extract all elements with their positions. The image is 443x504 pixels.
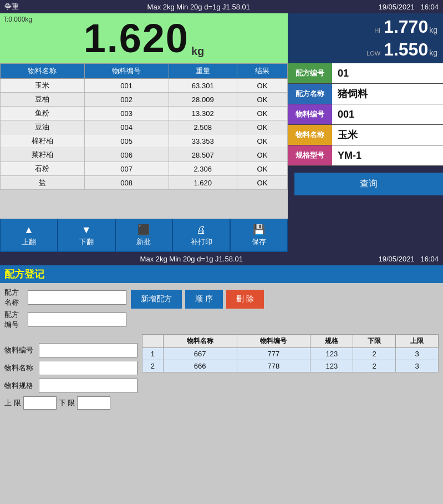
action-btn-icon-新批: ⬛ (138, 224, 150, 236)
bottom-panel: Max 2kg Min 20g d=1g J1.58.01 19/05/2021… (0, 252, 443, 504)
action-btn-保存[interactable]: 💾保存 (230, 219, 288, 252)
bottom-header: Max 2kg Min 20g d=1g J1.58.01 19/05/2021… (0, 252, 443, 265)
pf-materials-table: 物料名称 物料编号 规格 下限 上限 166777712323266677812… (142, 334, 439, 372)
spec-row: 规格型号 YM-1 (288, 145, 443, 166)
bt-col-name: 物料名称 (163, 335, 237, 348)
pf-name-form-row: 配方名称 (4, 288, 126, 308)
mat-spec-form-input[interactable] (39, 379, 138, 393)
weight-value: 1.620 (84, 16, 189, 61)
lower-limit-input[interactable] (77, 396, 110, 410)
bottom-title: 配方登记 (4, 269, 44, 280)
query-row: 查询 (288, 166, 443, 202)
action-btn-label-上翻: 上翻 (22, 237, 36, 247)
bottom-right-table: 物料名称 物料编号 规格 下限 上限 166777712323266677812… (142, 334, 439, 504)
bottom-left-form: 物料编号 物料名称 物料规格 上 限 下 限 (4, 334, 138, 504)
spec-label[interactable]: 规格型号 (288, 145, 332, 165)
action-btn-上翻[interactable]: ▲上翻 (0, 219, 58, 252)
pf-name-value: 猪饲料 (332, 84, 443, 104)
bt-col-idx (142, 335, 164, 348)
mat-code-form-input[interactable] (39, 343, 138, 357)
delete-button[interactable]: 删 除 (226, 290, 264, 309)
bt-col-spec: 规格 (310, 335, 353, 348)
lower-limit-label: 下 限 (59, 398, 75, 408)
pf-table-row: 266677812323 (142, 360, 439, 372)
upper-limit-label: 上 限 (4, 398, 21, 408)
action-btn-label-下翻: 下翻 (79, 237, 94, 247)
action-btn-label-保存: 保存 (252, 237, 266, 247)
lo-label: LOW (366, 50, 380, 57)
main-content: T:0.000kg 1.620 kg 物料名称 物料编号 重量 结果 玉米001… (0, 13, 443, 252)
pf-code-row: 配方编号 01 (288, 63, 443, 84)
lo-row: LOW 1.550 kg (293, 39, 437, 60)
action-btn-label-补打印: 补打印 (191, 237, 212, 247)
mat-name-form-input[interactable] (39, 361, 138, 375)
action-btn-icon-补打印: 🖨 (196, 224, 206, 236)
bottom-header-datetime: 19/05/2021 16:04 (379, 255, 439, 263)
pf-name-input[interactable] (28, 290, 126, 305)
table-row: 鱼粉00313.302OK (1, 107, 288, 120)
bottom-header-title: Max 2kg Min 20g d=1g J1.58.01 (4, 255, 379, 263)
add-pf-button[interactable]: 新增配方 (131, 290, 182, 309)
table-row: 豆柏00228.009OK (1, 93, 288, 107)
pf-code-label[interactable]: 配方编号 (288, 63, 332, 83)
action-btn-补打印[interactable]: 🖨补打印 (172, 219, 230, 252)
mat-spec-form-row: 物料规格 (4, 379, 138, 393)
bottom-title-bar: 配方登记 (0, 265, 443, 283)
mat-name-form-row: 物料名称 (4, 361, 138, 375)
lo-unit: kg (429, 48, 437, 57)
pf-code-value: 01 (332, 63, 443, 83)
table-row: 玉米00163.301OK (1, 79, 288, 93)
action-btn-新批[interactable]: ⬛新批 (115, 219, 173, 252)
mat-spec-form-label: 物料规格 (4, 381, 35, 391)
query-button[interactable]: 查询 (294, 173, 443, 195)
col-header-code: 物料编号 (84, 64, 169, 79)
hi-label: HI (374, 27, 380, 34)
mat-name-form-label: 物料名称 (4, 363, 35, 373)
top-header-datetime: 19/05/2021 16:04 (379, 3, 439, 11)
mat-name-row: 物料名称 玉米 (288, 125, 443, 145)
bt-col-upper: 上限 (396, 335, 439, 348)
bottom-content: 物料编号 物料名称 物料规格 上 限 下 限 (0, 330, 443, 504)
pf-name-row: 配方名称 猪饲料 (288, 84, 443, 104)
pf-code-form-row: 配方编号 (4, 310, 126, 330)
mat-code-form-row: 物料编号 (4, 343, 138, 357)
action-buttons: ▲上翻▼下翻⬛新批🖨补打印💾保存 (0, 219, 288, 252)
bt-col-lower: 下限 (353, 335, 396, 348)
mat-code-label[interactable]: 物料编号 (288, 104, 332, 124)
mat-name-label[interactable]: 物料名称 (288, 125, 332, 145)
table-row: 石粉0072.306OK (1, 162, 288, 176)
right-section: HI 1.770 kg LOW 1.550 kg 配方编号 01 配方名称 猪饲… (288, 13, 443, 252)
table-row: 盐0081.620OK (1, 176, 288, 190)
hi-value: 1.770 (384, 17, 428, 37)
left-section: T:0.000kg 1.620 kg 物料名称 物料编号 重量 结果 玉米001… (0, 13, 288, 252)
bottom-top-controls: 配方名称 配方编号 新增配方 顺 序 删 除 (0, 283, 443, 330)
hi-unit: kg (429, 26, 437, 34)
top-header-title: Max 2kg Min 20g d=1g J1.58.01 (19, 3, 379, 11)
action-btn-icon-上翻: ▲ (24, 224, 34, 236)
mat-code-value: 001 (332, 104, 443, 124)
mat-code-form-label: 物料编号 (4, 345, 35, 355)
pf-table-row: 166777712323 (142, 348, 439, 360)
materials-table: 物料名称 物料编号 重量 结果 玉米00163.301OK豆柏00228.009… (0, 63, 288, 190)
weight-display: T:0.000kg 1.620 kg (0, 13, 288, 63)
pf-code-input[interactable] (28, 313, 126, 327)
hi-lo-panel: HI 1.770 kg LOW 1.550 kg (288, 13, 443, 63)
pf-name-label[interactable]: 配方名称 (288, 84, 332, 104)
limit-row: 上 限 下 限 (4, 396, 138, 410)
pf-action-buttons: 新增配方 顺 序 删 除 (131, 290, 264, 309)
action-btn-下翻[interactable]: ▼下翻 (58, 219, 115, 252)
mat-code-row: 物料编号 001 (288, 104, 443, 125)
col-header-weight: 重量 (169, 64, 237, 79)
hi-row: HI 1.770 kg (293, 17, 437, 37)
action-btn-label-新批: 新批 (136, 237, 151, 247)
weight-unit: kg (191, 45, 204, 58)
pf-code-form-label: 配方编号 (4, 310, 24, 330)
upper-limit-input[interactable] (23, 396, 57, 410)
bt-col-code: 物料编号 (237, 335, 310, 348)
sort-button[interactable]: 顺 序 (185, 290, 223, 309)
tare-display: T:0.000kg (3, 16, 32, 23)
mat-name-value: 玉米 (332, 125, 443, 145)
table-row: 棉籽柏00533.353OK (1, 134, 288, 148)
weight-label-header: 争重 (4, 2, 19, 12)
top-header: 争重 Max 2kg Min 20g d=1g J1.58.01 19/05/2… (0, 0, 443, 13)
